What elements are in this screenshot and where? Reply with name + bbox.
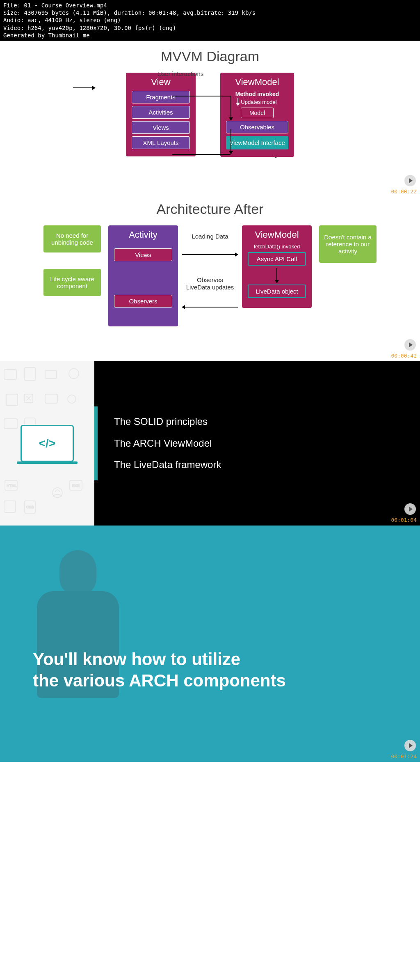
activity-column: Activity Views Observers (108, 225, 178, 326)
svg-point-3 (69, 369, 79, 379)
vm-updates-model: Updates model (241, 99, 276, 105)
svg-text:EXE: EXE (72, 484, 80, 488)
chip-vm-interface: ViewModel Interface (226, 136, 288, 149)
view-heading: View (130, 77, 192, 87)
label-observes-livedata: Observes LiveData updates (185, 276, 235, 291)
meta-audio: Audio: aac, 44100 Hz, stereo (eng) (3, 16, 417, 24)
slide-content: The SOLID principles The ARCH ViewModel … (94, 361, 420, 526)
note-no-unbinding: No need for unbinding code (43, 225, 101, 252)
slide-title: MVVM Diagram (0, 48, 420, 64)
arrow-down-icon (237, 98, 238, 106)
right-notes: Doesn't contain a reference to our activ… (319, 225, 377, 263)
chip-fragments: Fragments (132, 91, 190, 103)
chip-views: Views (114, 248, 172, 261)
note-lifecycle: Life cycle aware component (43, 269, 101, 296)
arrow-connector (172, 96, 231, 96)
arrow-down-icon (276, 268, 277, 283)
svg-point-14 (52, 488, 62, 498)
arrow-connector (172, 154, 231, 155)
bullet-arch-viewmodel: The ARCH ViewModel (114, 433, 221, 454)
left-notes: No need for unbinding code Life cycle aw… (43, 225, 101, 296)
arrow-left-icon (182, 307, 238, 308)
label-loading-data: Loading Data (185, 233, 235, 240)
svg-text:CSS: CSS (26, 505, 34, 509)
chip-async-api: Async API Call (248, 252, 306, 266)
play-icon (404, 740, 416, 751)
meta-file: File: 01 - Course Overview.mp4 (3, 2, 417, 9)
svg-point-6 (68, 395, 76, 403)
slide-headline: You'll know how to utilize the various A… (33, 649, 286, 692)
laptop-icon (21, 425, 74, 462)
vm-method-invoked: Method invoked (224, 91, 290, 97)
bullet-solid: The SOLID principles (114, 411, 221, 433)
viewmodel-heading: ViewModel (246, 230, 308, 240)
timestamp: 00:00:22 (391, 188, 417, 195)
play-icon (404, 503, 416, 515)
svg-text:HTML: HTML (7, 484, 17, 488)
arrow-right-icon (73, 87, 95, 88)
activity-heading: Activity (112, 230, 174, 240)
arrow-right-icon (182, 254, 238, 255)
play-icon (404, 175, 416, 186)
viewmodel-heading: ViewModel (224, 77, 290, 87)
note-no-reference: Doesn't contain a reference to our activ… (319, 225, 377, 263)
bullet-list: The SOLID principles The ARCH ViewModel … (114, 411, 221, 476)
meta-gen: Generated by Thumbnail me (3, 32, 417, 39)
timestamp: 00:01:04 (391, 517, 417, 523)
chip-livedata: LiveData object (248, 285, 306, 298)
svg-rect-5 (45, 394, 57, 403)
viewmodel-column: ViewModel Method invoked Updates model M… (220, 73, 294, 157)
viewmodel-column: ViewModel fetchData() invoked Async API … (242, 225, 312, 308)
svg-rect-1 (25, 367, 35, 381)
svg-rect-2 (45, 370, 57, 379)
play-icon (404, 339, 416, 351)
chip-observables: Observables (226, 121, 288, 133)
meta-size: Size: 4307695 bytes (4.11 MiB), duration… (3, 9, 417, 16)
headline-line2: the various ARCH components (33, 670, 286, 692)
view-column: View Fragments Activities Views XML Layo… (126, 73, 196, 156)
svg-rect-4 (6, 394, 18, 406)
svg-rect-13 (4, 501, 16, 512)
bullet-livedata: The LiveData framework (114, 454, 221, 476)
chip-observers: Observers (114, 295, 172, 308)
chip-model: Model (241, 108, 274, 118)
video-metadata: File: 01 - Course Overview.mp4 Size: 430… (0, 0, 420, 41)
vm-fetchdata: fetchData() invoked (246, 243, 308, 250)
slide-arch-components: You'll know how to utilize the various A… (0, 526, 420, 762)
headline-line1: You'll know how to utilize (33, 649, 286, 670)
slide-title: Architecture After (0, 201, 420, 217)
slide-illustration: HTML EXE CSS (0, 361, 94, 526)
svg-rect-0 (4, 370, 16, 379)
label-user-interactions: User interactions (156, 70, 205, 78)
svg-rect-7 (4, 419, 17, 429)
timestamp: 00:01:24 (391, 753, 417, 760)
chip-activities: Activities (132, 106, 190, 119)
chip-xml-layouts: XML Layouts (132, 136, 190, 149)
meta-video: Video: h264, yuv420p, 1280x720, 30.00 fp… (3, 24, 417, 32)
timestamp: 00:00:42 (391, 353, 417, 359)
arrow-down-icon (231, 96, 231, 120)
slide-mvvm-diagram: MVVM Diagram User interactions Updates o… (0, 41, 420, 197)
slide-architecture-after: Architecture After No need for unbinding… (0, 197, 420, 361)
slide-solid-principles: HTML EXE CSS The SOLID principles The AR… (0, 361, 420, 526)
chip-views: Views (132, 121, 190, 134)
arrow-down-icon (231, 129, 231, 154)
